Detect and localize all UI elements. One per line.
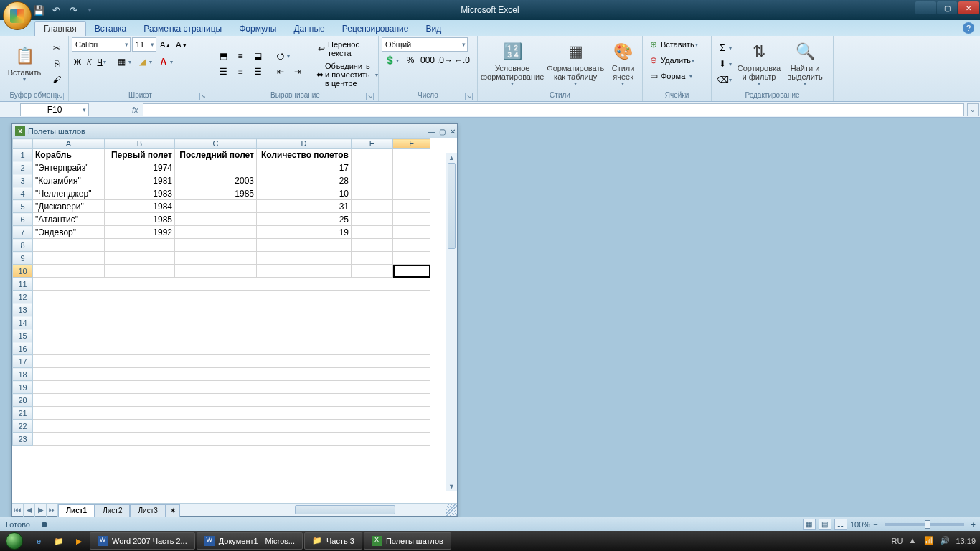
cell[interactable]: 1974 [105, 161, 175, 174]
row-header[interactable]: 23 [13, 433, 33, 446]
wrap-text-button[interactable]: ↩Перенос текста [314, 39, 380, 59]
cell[interactable] [33, 368, 430, 381]
cell[interactable] [33, 303, 430, 316]
scroll-thumb[interactable] [448, 163, 456, 249]
zoom-slider[interactable] [885, 523, 964, 526]
cell[interactable] [175, 265, 257, 278]
view-pagebreak-button[interactable]: ☷ [834, 519, 847, 530]
cell[interactable]: Количество полетов [257, 149, 352, 161]
horizontal-scrollbar[interactable] [285, 504, 444, 516]
cell[interactable] [393, 252, 430, 265]
cell[interactable]: 1981 [105, 174, 175, 187]
row-header[interactable]: 10 [13, 265, 33, 278]
insert-cells-button[interactable]: ⊕Вставить▾ [646, 37, 700, 52]
zoom-knob[interactable] [925, 520, 930, 529]
row-header[interactable]: 7 [13, 226, 33, 239]
cell[interactable] [33, 420, 430, 433]
cell[interactable] [393, 239, 430, 252]
cell[interactable] [33, 316, 430, 329]
scroll-up-icon[interactable]: ▲ [446, 153, 457, 163]
accounting-button[interactable]: 💲▾ [382, 53, 401, 67]
cell[interactable] [393, 187, 430, 200]
align-middle-button[interactable]: ≡ [232, 49, 248, 63]
select-all-corner[interactable] [13, 139, 33, 149]
cell[interactable]: "Коламбия" [33, 174, 105, 187]
align-center-button[interactable]: ≡ [232, 65, 248, 79]
cell[interactable] [33, 252, 105, 265]
language-indicator[interactable]: RU [892, 537, 903, 545]
expand-icon[interactable]: ↘ [56, 93, 64, 100]
format-cells-button[interactable]: ▭Формат▾ [646, 69, 694, 83]
cell[interactable]: "Дискавери" [33, 200, 105, 213]
cell[interactable] [393, 174, 430, 187]
cell[interactable] [175, 239, 257, 252]
zoom-in-button[interactable]: + [971, 520, 976, 529]
font-color-button[interactable]: A▾ [156, 55, 175, 69]
align-bottom-button[interactable]: ⬓ [250, 49, 265, 63]
cell[interactable]: 17 [257, 161, 352, 174]
worksheet-grid[interactable]: A B C D E F 1 Корабль Первый полет После… [12, 138, 457, 503]
cell[interactable] [352, 161, 393, 174]
cell-styles-button[interactable]: 🎨 Стили ячеек▾ [607, 41, 639, 88]
cell[interactable] [352, 174, 393, 187]
sheet-tab-1[interactable]: Лист1 [58, 504, 95, 517]
cell[interactable] [352, 213, 393, 226]
tab-insert[interactable]: Вставка [86, 22, 136, 36]
cell[interactable]: Последний полет [175, 149, 257, 161]
workbook-titlebar[interactable]: X Полеты шатлов — ▢ ✕ [12, 124, 457, 138]
number-format-combo[interactable]: Общий [382, 37, 468, 52]
row-header[interactable]: 20 [13, 394, 33, 407]
zoom-value[interactable]: 100% [850, 520, 870, 529]
pin-media[interactable]: ▶ [69, 532, 89, 550]
cell[interactable] [352, 200, 393, 213]
cut-button[interactable]: ✂ [49, 41, 65, 55]
sheet-tab-3[interactable]: Лист3 [130, 504, 165, 517]
view-layout-button[interactable]: ▤ [819, 519, 831, 530]
cell[interactable]: "Челленджер" [33, 187, 105, 200]
qat-customize-icon[interactable]: ▾ [84, 4, 95, 16]
cell[interactable] [33, 381, 430, 394]
task-folder[interactable]: 📁Часть 3 [304, 532, 362, 550]
expand-icon[interactable]: ↘ [465, 93, 473, 100]
child-close-button[interactable]: ✕ [450, 128, 456, 136]
sheet-tab-2[interactable]: Лист2 [95, 504, 130, 517]
tab-next-button[interactable]: ▶ [35, 504, 47, 517]
cell[interactable]: 1983 [105, 187, 175, 200]
tray-volume-icon[interactable]: 🔊 [940, 536, 950, 546]
indent-inc-button[interactable]: ⇥ [290, 65, 306, 79]
row-header[interactable]: 12 [13, 291, 33, 303]
cell[interactable] [33, 291, 430, 303]
fill-button[interactable]: ⬇▾ [715, 57, 734, 71]
col-header-f[interactable]: F [393, 139, 430, 149]
row-header[interactable]: 15 [13, 329, 33, 342]
cell[interactable]: 1985 [105, 213, 175, 226]
cell[interactable] [33, 433, 430, 446]
cell[interactable] [257, 265, 352, 278]
tab-formulas[interactable]: Формулы [230, 22, 285, 36]
col-header-d[interactable]: D [257, 139, 352, 149]
resize-grip-icon[interactable] [446, 504, 457, 516]
tab-home[interactable]: Главная [34, 21, 86, 36]
cell[interactable] [33, 278, 430, 291]
row-header[interactable]: 19 [13, 381, 33, 394]
inc-decimal-button[interactable]: .0→ [437, 53, 453, 67]
comma-button[interactable]: 000 [420, 53, 435, 67]
format-as-table-button[interactable]: ▦ Форматировать как таблицу▾ [547, 41, 604, 88]
dec-decimal-button[interactable]: ←.0 [454, 53, 470, 67]
conditional-formatting-button[interactable]: 🔢 Условное форматирование▾ [481, 41, 544, 88]
cell[interactable] [393, 213, 430, 226]
task-word[interactable]: WWord 2007 Часть 2... [90, 532, 195, 550]
row-header[interactable]: 5 [13, 200, 33, 213]
row-header[interactable]: 21 [13, 407, 33, 420]
task-document[interactable]: WДокумент1 - Micros... [197, 532, 303, 550]
vertical-scrollbar[interactable]: ▲ ▼ [446, 153, 457, 491]
autosum-button[interactable]: Σ▾ [715, 41, 734, 55]
child-minimize-button[interactable]: — [428, 128, 435, 136]
cell[interactable] [33, 265, 105, 278]
bold-button[interactable]: Ж [72, 56, 83, 67]
row-header[interactable]: 16 [13, 342, 33, 355]
border-button[interactable]: ▦▾ [114, 55, 133, 69]
italic-button[interactable]: К [85, 56, 93, 67]
copy-button[interactable]: ⎘ [49, 57, 65, 71]
cell[interactable]: 1992 [105, 226, 175, 239]
